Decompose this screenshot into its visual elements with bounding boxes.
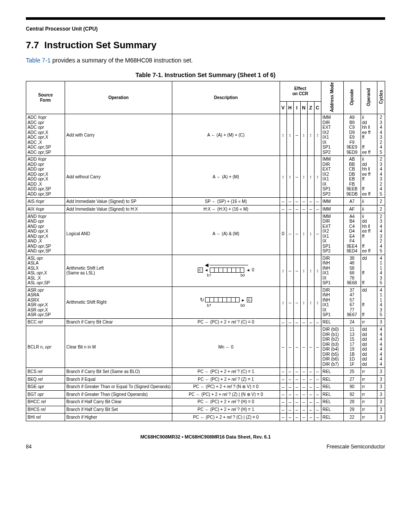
th-description: Description <box>172 81 280 114</box>
cell-ccr: – <box>286 368 293 376</box>
cell-source: AND #opr AND opr AND opr AND opr,X AND o… <box>26 213 65 255</box>
asr-diagram: ↻C b7b0 <box>200 297 252 308</box>
th-operand: Operand <box>361 81 377 114</box>
cell-address-mode: DIR INH INH IX1 IX SP1 <box>321 255 343 286</box>
cell-description: A ← (A) + (M) + (C) <box>172 114 280 156</box>
cell-address-mode: REL <box>321 391 343 398</box>
cell-ccr: – <box>300 375 307 383</box>
cell-ccr: – <box>300 383 307 391</box>
cell-description: ↻C b7b0 <box>172 286 280 318</box>
table-row: ADD #opr ADD opr ADD opr ADD opr,X ADD o… <box>26 156 385 198</box>
table-row: BHI relBranch if HigherPC ← (PC) + 2 + r… <box>26 414 385 421</box>
cell-cycles: 3 <box>377 398 385 406</box>
cell-operand: rr <box>361 406 377 414</box>
th-ccr-z: Z <box>307 101 314 114</box>
cell-source: AIX #opr <box>26 205 65 213</box>
cell-ccr: – <box>280 326 286 368</box>
cell-description: ◄───────── C0 b7b0 <box>172 255 280 286</box>
cell-ccr: ↕ <box>300 213 307 255</box>
cell-operation: Branch if Greater Than (Signed Operands) <box>65 391 172 398</box>
cell-ccr: – <box>300 368 307 376</box>
cell-ccr: ↕ <box>280 286 286 318</box>
cell-ccr: – <box>293 255 300 286</box>
cell-description: A ← (A) & (M) <box>172 213 280 255</box>
cell-ccr: ↕ <box>314 114 321 156</box>
cell-ccr: – <box>293 286 300 318</box>
cell-opcode: 28 <box>343 398 361 406</box>
cell-cycles: 3 <box>377 375 385 383</box>
th-opcode: Opcode <box>343 81 361 114</box>
section-title: 7.7 Instruction Set Summary <box>26 40 385 51</box>
cell-ccr: 0 <box>280 213 286 255</box>
table-row: AND #opr AND opr AND opr AND opr,X AND o… <box>26 213 385 255</box>
table-row: AIX #oprAdd Immediate Value (Signed) to … <box>26 205 385 213</box>
cell-ccr: – <box>293 398 300 406</box>
cell-cycles: 3 <box>377 391 385 398</box>
cell-operand: rr <box>361 391 377 398</box>
cell-ccr: – <box>286 255 293 286</box>
cell-opcode: 11 13 15 17 19 1B 1D 1F <box>343 326 361 368</box>
cell-operation: Branch if Half Carry Bit Set <box>65 406 172 414</box>
cell-description: SP ← (SP) + (16 « M) <box>172 198 280 205</box>
cell-address-mode: REL <box>321 414 343 421</box>
cell-ccr: – <box>293 383 300 391</box>
cell-ccr: – <box>314 205 321 213</box>
cell-ccr: – <box>314 414 321 421</box>
cell-ccr: – <box>286 286 293 318</box>
cell-ccr: – <box>307 205 314 213</box>
cell-ccr: ↕ <box>307 286 314 318</box>
cell-address-mode: IMM DIR EXT IX2 IX1 IX SP1 SP2 <box>321 213 343 255</box>
cell-opcode: 22 <box>343 414 361 421</box>
cell-ccr: – <box>314 391 321 398</box>
cell-ccr: – <box>286 198 293 205</box>
cell-ccr: – <box>300 326 307 368</box>
cell-ccr: ↕ <box>307 255 314 286</box>
cell-source: ASL opr ASLA ASLX ASL opr,X ASL ,X ASL o… <box>26 255 65 286</box>
cell-cycles: 2 <box>377 205 385 213</box>
cell-ccr: – <box>280 383 286 391</box>
cell-ccr: ↕ <box>280 255 286 286</box>
cell-ccr: – <box>307 198 314 205</box>
cell-address-mode: IMM DIR EXT IX2 IX1 IX SP1 SP2 <box>321 114 343 156</box>
cell-address-mode: REL <box>321 318 343 326</box>
cell-address-mode: REL <box>321 375 343 383</box>
th-ccr-n: N <box>300 101 307 114</box>
cell-ccr: ↕ <box>300 114 307 156</box>
cell-ccr: ↕ <box>314 156 321 198</box>
cell-cycles: 4 1 1 4 3 5 <box>377 286 385 318</box>
intro-link[interactable]: Table 7-1 <box>26 57 51 64</box>
cell-ccr: – <box>300 205 307 213</box>
table-body: ADC #opr ADC opr ADC opr ADC opr,X ADC o… <box>26 114 385 421</box>
cell-operand: dd ff ff <box>361 255 377 286</box>
cell-operation: Logical AND <box>65 213 172 255</box>
cell-ccr: ↕ <box>280 114 286 156</box>
table-row: AIS #oprAdd Immediate Value (Signed) to … <box>26 198 385 205</box>
cell-ccr: ↕ <box>307 156 314 198</box>
cell-ccr: – <box>280 398 286 406</box>
cell-source: BGT opr <box>26 391 65 398</box>
cell-operand: rr <box>361 414 377 421</box>
cell-address-mode: REL <box>321 398 343 406</box>
cell-ccr: – <box>286 398 293 406</box>
cell-address-mode: IMM <box>321 198 343 205</box>
cell-operation: Branch if Equal <box>65 375 172 383</box>
cell-operation: Arithmetic Shift Right <box>65 286 172 318</box>
cell-operand: dd dd dd dd dd dd dd dd <box>361 326 377 368</box>
cell-address-mode: DIR (b0) DIR (b1) DIR (b2) DIR (b3) DIR … <box>321 326 343 368</box>
th-cycles: Cycles <box>377 81 385 114</box>
cell-ccr: ↕ <box>300 156 307 198</box>
cell-ccr: – <box>300 318 307 326</box>
cell-description: PC ← (PC) + 2 + rel ? (Z) | (N ⊕ V) = 0 <box>172 391 280 398</box>
cell-source: ASR opr ASRA ASRX ASR opr,X ASR opr,X AS… <box>26 286 65 318</box>
cell-address-mode: REL <box>321 383 343 391</box>
cell-ccr: – <box>314 375 321 383</box>
cell-ccr: – <box>280 368 286 376</box>
cell-opcode: A9 B9 C9 D9 E9 F9 9EE9 9ED9 <box>343 114 361 156</box>
page-footer: 84 Freescale Semiconductor <box>26 444 385 450</box>
th-source-form: Source Form <box>26 81 65 114</box>
cell-ccr: – <box>307 398 314 406</box>
cell-ccr: – <box>293 213 300 255</box>
cell-ccr: – <box>286 383 293 391</box>
cell-operation: Branch if Half Carry Bit Clear <box>65 398 172 406</box>
cell-ccr: – <box>307 368 314 376</box>
